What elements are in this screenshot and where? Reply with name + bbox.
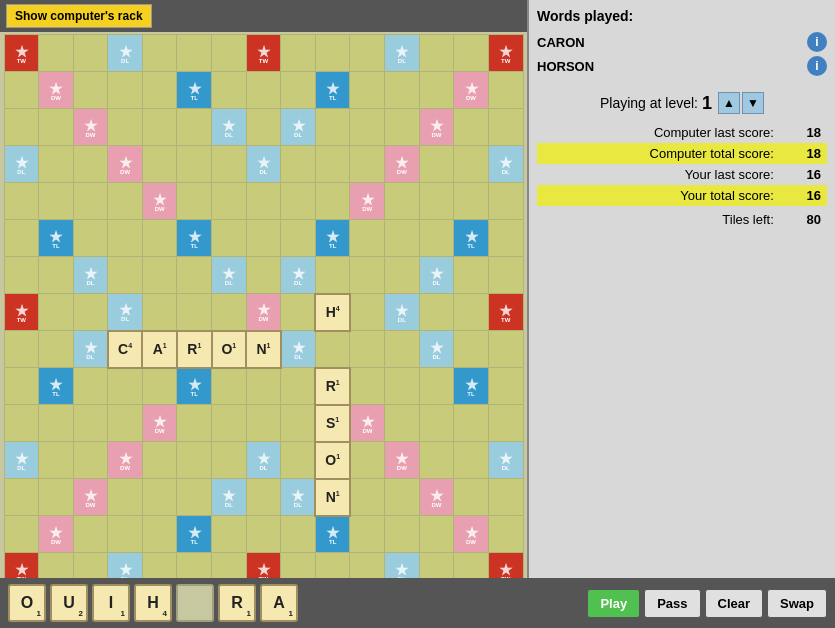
board-cell-5-10[interactable]: [350, 220, 385, 257]
board-cell-12-8[interactable]: ★ DL: [281, 479, 316, 516]
board-cell-4-7[interactable]: [246, 183, 281, 220]
board-cell-4-10[interactable]: ★ DW: [350, 183, 385, 220]
board-cell-1-12[interactable]: [419, 72, 454, 109]
board-cell-5-2[interactable]: [73, 220, 108, 257]
board-cell-14-0[interactable]: ★ TW: [4, 553, 39, 579]
board-cell-10-10[interactable]: ★ DW: [350, 405, 385, 442]
board-cell-10-8[interactable]: [281, 405, 316, 442]
board-cell-1-6[interactable]: [212, 72, 247, 109]
board-cell-14-12[interactable]: [419, 553, 454, 579]
board-cell-6-1[interactable]: [39, 257, 74, 294]
board-cell-8-14[interactable]: [488, 331, 523, 368]
board-cell-3-11[interactable]: ★ DW: [385, 146, 420, 183]
board-cell-2-13[interactable]: [454, 109, 489, 146]
board-cell-11-5[interactable]: [177, 442, 212, 479]
board-cell-4-9[interactable]: [315, 183, 350, 220]
board-cell-2-2[interactable]: ★ DW: [73, 109, 108, 146]
board-cell-7-14[interactable]: ★ TW: [488, 294, 523, 331]
board-cell-12-14[interactable]: [488, 479, 523, 516]
board-cell-12-9[interactable]: N1: [315, 479, 350, 516]
board-cell-3-8[interactable]: [281, 146, 316, 183]
board-cell-7-7[interactable]: ★ DW: [246, 294, 281, 331]
board-cell-3-2[interactable]: [73, 146, 108, 183]
board-cell-2-4[interactable]: [142, 109, 177, 146]
board-cell-0-9[interactable]: [315, 35, 350, 72]
board-cell-12-10[interactable]: [350, 479, 385, 516]
board-cell-3-5[interactable]: [177, 146, 212, 183]
board-cell-8-6[interactable]: O1: [212, 331, 247, 368]
board-cell-6-14[interactable]: [488, 257, 523, 294]
board-cell-3-13[interactable]: [454, 146, 489, 183]
board-cell-5-0[interactable]: [4, 220, 39, 257]
board-cell-9-4[interactable]: [142, 368, 177, 405]
board-cell-4-8[interactable]: [281, 183, 316, 220]
board-cell-10-4[interactable]: ★ DW: [142, 405, 177, 442]
board-cell-7-9[interactable]: H4: [315, 294, 350, 331]
board-cell-7-8[interactable]: [281, 294, 316, 331]
board-cell-5-6[interactable]: [212, 220, 247, 257]
board-cell-1-3[interactable]: [108, 72, 143, 109]
board-cell-4-13[interactable]: [454, 183, 489, 220]
play-button[interactable]: Play: [587, 589, 640, 618]
board-cell-9-1[interactable]: ★ TL: [39, 368, 74, 405]
rack-tile-4[interactable]: [176, 584, 214, 622]
board-cell-11-3[interactable]: ★ DW: [108, 442, 143, 479]
level-up-button[interactable]: ▲: [718, 92, 740, 114]
board-cell-14-5[interactable]: [177, 553, 212, 579]
board-cell-0-1[interactable]: [39, 35, 74, 72]
board-cell-5-5[interactable]: ★ TL: [177, 220, 212, 257]
board-cell-7-1[interactable]: [39, 294, 74, 331]
board-cell-12-1[interactable]: [39, 479, 74, 516]
board-cell-12-6[interactable]: ★ DL: [212, 479, 247, 516]
board-cell-5-9[interactable]: ★ TL: [315, 220, 350, 257]
board-cell-13-8[interactable]: [281, 516, 316, 553]
board-cell-7-5[interactable]: [177, 294, 212, 331]
board-cell-2-12[interactable]: ★ DW: [419, 109, 454, 146]
board-cell-12-11[interactable]: [385, 479, 420, 516]
board-cell-4-5[interactable]: [177, 183, 212, 220]
board-cell-14-9[interactable]: [315, 553, 350, 579]
board-cell-11-11[interactable]: ★ DW: [385, 442, 420, 479]
board-cell-13-1[interactable]: ★ DW: [39, 516, 74, 553]
board-cell-12-12[interactable]: ★ DW: [419, 479, 454, 516]
board-cell-10-5[interactable]: [177, 405, 212, 442]
board-cell-0-8[interactable]: [281, 35, 316, 72]
board-cell-0-2[interactable]: [73, 35, 108, 72]
board-cell-4-3[interactable]: [108, 183, 143, 220]
board-cell-12-7[interactable]: [246, 479, 281, 516]
board-cell-11-0[interactable]: ★ DL: [4, 442, 39, 479]
board-cell-5-8[interactable]: [281, 220, 316, 257]
board-cell-3-10[interactable]: [350, 146, 385, 183]
board-cell-8-13[interactable]: [454, 331, 489, 368]
board-cell-12-4[interactable]: [142, 479, 177, 516]
swap-button[interactable]: Swap: [767, 589, 827, 618]
board-cell-10-13[interactable]: [454, 405, 489, 442]
board-cell-1-1[interactable]: ★ DW: [39, 72, 74, 109]
board-cell-5-3[interactable]: [108, 220, 143, 257]
board-cell-3-14[interactable]: ★ DL: [488, 146, 523, 183]
board-cell-12-2[interactable]: ★ DW: [73, 479, 108, 516]
board-cell-3-0[interactable]: ★ DL: [4, 146, 39, 183]
board-cell-3-1[interactable]: [39, 146, 74, 183]
clear-button[interactable]: Clear: [705, 589, 764, 618]
board-cell-11-2[interactable]: [73, 442, 108, 479]
board-cell-14-10[interactable]: [350, 553, 385, 579]
board-cell-14-7[interactable]: ★ TW: [246, 553, 281, 579]
board-cell-11-9[interactable]: O1: [315, 442, 350, 479]
board-cell-12-0[interactable]: [4, 479, 39, 516]
show-rack-button[interactable]: Show computer's rack: [6, 4, 152, 28]
board-cell-13-3[interactable]: [108, 516, 143, 553]
board-cell-13-12[interactable]: [419, 516, 454, 553]
board-cell-11-8[interactable]: [281, 442, 316, 479]
board-cell-10-7[interactable]: [246, 405, 281, 442]
board-cell-11-1[interactable]: [39, 442, 74, 479]
board-cell-6-9[interactable]: [315, 257, 350, 294]
board-cell-0-3[interactable]: ★ DL: [108, 35, 143, 72]
board-cell-10-0[interactable]: [4, 405, 39, 442]
board-cell-7-12[interactable]: [419, 294, 454, 331]
board-cell-1-0[interactable]: [4, 72, 39, 109]
board-cell-10-1[interactable]: [39, 405, 74, 442]
board-cell-0-14[interactable]: ★ TW: [488, 35, 523, 72]
board-cell-5-4[interactable]: [142, 220, 177, 257]
board-cell-3-4[interactable]: [142, 146, 177, 183]
